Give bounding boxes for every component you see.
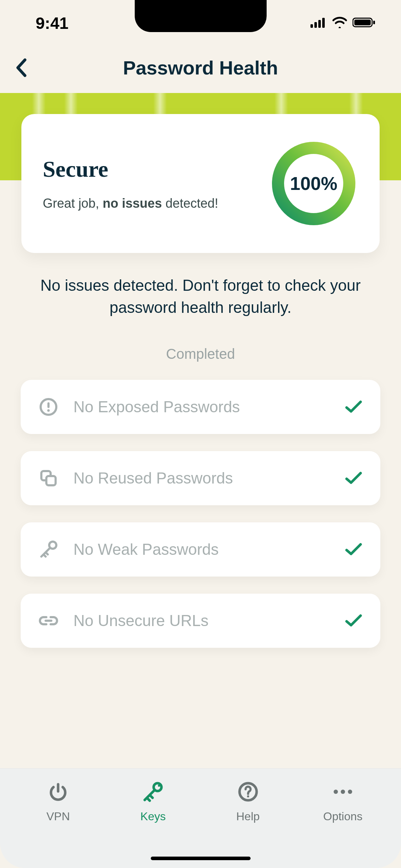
- help-icon: [236, 779, 261, 804]
- status-icons: [310, 17, 375, 30]
- check-item-label: No Reused Passwords: [73, 469, 330, 487]
- wifi-icon: [332, 17, 348, 30]
- key-icon: [38, 539, 58, 559]
- svg-rect-1: [314, 22, 317, 28]
- svg-point-11: [47, 409, 50, 412]
- secure-sub-suffix: detected!: [162, 196, 218, 211]
- svg-rect-10: [47, 402, 50, 408]
- check-item-label: No Weak Passwords: [73, 541, 330, 558]
- check-list: No Exposed Passwords No Reused Passwords…: [21, 380, 380, 648]
- power-icon: [46, 779, 71, 804]
- status-bar: 9:41: [0, 0, 401, 46]
- svg-point-20: [341, 790, 345, 794]
- check-icon: [345, 469, 363, 487]
- check-item-label: No Exposed Passwords: [73, 398, 330, 416]
- svg-point-21: [348, 790, 352, 794]
- secure-title: Secure: [43, 156, 218, 182]
- check-item-label: No Unsecure URLs: [73, 612, 330, 630]
- check-icon: [345, 612, 363, 630]
- check-item-reused[interactable]: No Reused Passwords: [21, 451, 380, 505]
- tab-bar: VPN Keys Help Options: [0, 768, 401, 868]
- tab-label: Keys: [140, 810, 166, 823]
- app-header: Password Health: [0, 46, 401, 89]
- completed-label: Completed: [0, 346, 401, 362]
- tab-label: VPN: [46, 810, 70, 823]
- secure-subtitle: Great job, no issues detected!: [43, 196, 218, 211]
- svg-point-18: [247, 795, 249, 797]
- cellular-icon: [310, 17, 327, 29]
- svg-rect-13: [46, 476, 56, 485]
- key-icon: [140, 779, 165, 804]
- check-item-weak[interactable]: No Weak Passwords: [21, 522, 380, 577]
- back-button[interactable]: [11, 57, 32, 78]
- score-ring: 100%: [269, 139, 358, 228]
- home-indicator[interactable]: [151, 857, 251, 860]
- svg-rect-3: [322, 18, 325, 28]
- tab-options[interactable]: Options: [295, 779, 390, 836]
- copy-icon: [38, 468, 58, 488]
- secure-sub-prefix: Great job,: [43, 196, 103, 211]
- tab-keys[interactable]: Keys: [106, 779, 200, 836]
- status-time: 9:41: [36, 14, 68, 33]
- svg-rect-0: [310, 24, 313, 28]
- svg-rect-5: [354, 20, 371, 25]
- check-icon: [345, 541, 363, 558]
- tab-help[interactable]: Help: [201, 779, 295, 836]
- alert-icon: [38, 397, 58, 417]
- svg-point-16: [158, 785, 160, 787]
- check-item-exposed[interactable]: No Exposed Passwords: [21, 380, 380, 434]
- tab-label: Options: [323, 810, 363, 823]
- link-icon: [38, 611, 58, 631]
- page-title: Password Health: [123, 57, 278, 79]
- health-message: No issues detected. Don't forget to chec…: [29, 274, 372, 318]
- summary-text: Secure Great job, no issues detected!: [43, 156, 218, 211]
- chevron-left-icon: [14, 58, 29, 78]
- health-summary-card: Secure Great job, no issues detected! 10…: [21, 114, 380, 253]
- device-notch: [135, 0, 267, 32]
- more-icon: [330, 779, 355, 804]
- secure-sub-bold: no issues: [103, 196, 162, 211]
- svg-rect-2: [318, 20, 321, 28]
- svg-rect-6: [373, 21, 375, 24]
- svg-point-19: [334, 790, 338, 794]
- check-item-unsecure-urls[interactable]: No Unsecure URLs: [21, 594, 380, 648]
- tab-vpn[interactable]: VPN: [11, 779, 106, 836]
- battery-icon: [353, 17, 375, 29]
- score-text: 100%: [269, 139, 358, 228]
- check-icon: [345, 398, 363, 416]
- tab-label: Help: [236, 810, 260, 823]
